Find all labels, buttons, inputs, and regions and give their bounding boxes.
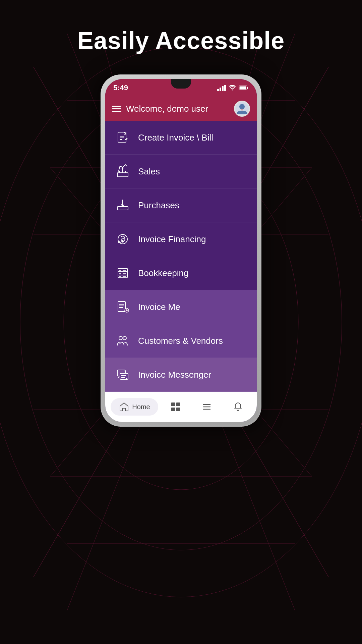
svg-rect-30 [247,87,248,89]
svg-rect-33 [118,132,126,142]
menu-item-invoice-messenger[interactable]: Invoice Messenger [105,358,257,392]
menu-label-customers-vendors: Customers & Vendors [138,336,223,346]
grid-icon [170,401,181,412]
svg-rect-53 [171,402,175,406]
bottom-nav: Home [105,392,257,422]
svg-rect-55 [171,408,175,411]
svg-rect-34 [117,173,128,177]
svg-rect-45 [119,276,121,277]
svg-rect-47 [118,302,125,312]
list-icon [201,401,212,412]
home-icon [119,401,129,412]
menu-label-create-invoice: Create Invoice \ Bill [138,132,213,143]
user-avatar[interactable] [234,101,250,117]
edit-invoice-icon [115,129,131,146]
nav-item-notifications[interactable] [225,398,251,416]
svg-rect-41 [119,270,121,271]
svg-rect-42 [123,270,126,271]
menu-item-bookkeeping[interactable]: Bookkeeping [105,256,257,290]
invoice-messenger-icon [115,367,131,383]
nav-item-list[interactable] [193,398,220,416]
signal-icon [217,85,226,91]
menu-item-sales[interactable]: Sales [105,155,257,189]
menu-label-invoice-financing: Invoice Financing [138,234,206,245]
customers-vendors-icon [115,333,131,349]
status-bar: 5:49 [105,79,257,97]
svg-rect-29 [240,87,246,90]
svg-rect-54 [176,402,180,406]
bookkeeping-icon [115,265,131,281]
status-time: 5:49 [113,84,128,92]
hamburger-menu[interactable] [112,106,121,112]
svg-rect-35 [117,207,128,210]
app-bar: Welcome, demo user [105,97,257,121]
battery-icon [239,85,249,91]
svg-point-32 [239,104,245,109]
menu-list: Create Invoice \ Bill Sa [105,121,257,392]
sales-icon [115,163,131,179]
menu-label-sales: Sales [138,166,160,177]
menu-item-invoice-financing[interactable]: Invoice Financing [105,222,257,256]
svg-rect-56 [176,408,180,411]
phone-mockup: 5:49 [101,74,261,427]
invoice-me-icon [115,299,131,315]
nav-home-label: Home [132,403,150,411]
bell-icon [233,401,243,412]
svg-rect-46 [123,276,126,277]
menu-item-invoice-me[interactable]: Invoice Me [105,290,257,324]
menu-item-purchases[interactable]: Purchases [105,189,257,222]
wifi-icon [229,85,236,91]
menu-item-create-invoice[interactable]: Create Invoice \ Bill [105,121,257,155]
svg-rect-43 [119,273,121,274]
nav-item-grid[interactable] [162,398,189,416]
svg-point-49 [119,336,122,340]
page-title: Easily Accessible [77,27,285,54]
svg-rect-44 [123,273,126,274]
svg-point-50 [123,336,126,340]
menu-label-bookkeeping: Bookkeeping [138,268,188,278]
menu-label-invoice-me: Invoice Me [138,302,180,312]
menu-label-invoice-messenger: Invoice Messenger [138,370,211,380]
notch [171,79,191,89]
invoice-financing-icon [115,231,131,247]
status-icons [217,85,249,91]
menu-label-purchases: Purchases [138,200,179,211]
app-bar-title: Welcome, demo user [126,104,229,114]
menu-item-customers-vendors[interactable]: Customers & Vendors [105,324,257,358]
purchases-icon [115,197,131,213]
nav-item-home[interactable]: Home [111,398,158,416]
